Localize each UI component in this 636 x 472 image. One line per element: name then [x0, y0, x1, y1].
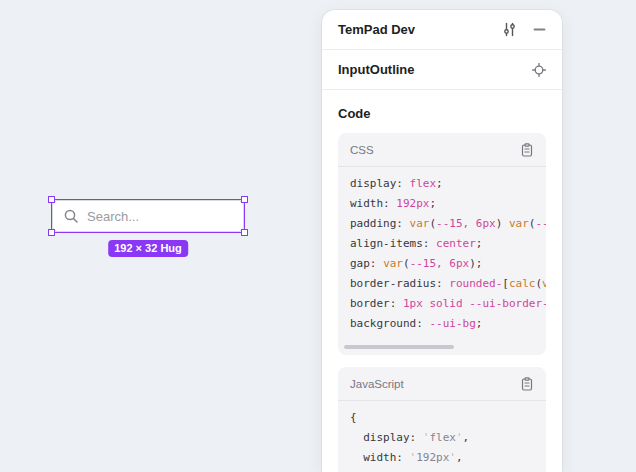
crosshair-icon[interactable]	[532, 63, 546, 77]
js-code-block: JavaScript { display: 'flex', width: '19…	[338, 367, 546, 472]
copy-icon[interactable]	[520, 377, 534, 391]
js-block-label: JavaScript	[350, 378, 520, 390]
code-line: align-items: center;	[350, 234, 534, 254]
js-code[interactable]: { display: 'flex', width: '192px', paddi…	[338, 401, 546, 472]
dimensions-badge: 192 × 32 Hug	[108, 240, 188, 257]
code-line: border-radius: rounded-[calc(var(--round…	[350, 274, 534, 294]
selected-node-row: InputOutline	[322, 50, 562, 90]
js-block-header: JavaScript	[338, 367, 546, 401]
code-line: padding: 'var(--15, 6px) var(--15, 6px)'…	[350, 468, 534, 472]
copy-icon[interactable]	[520, 143, 534, 157]
code-line: padding: var(--15, 6px) var(--15, 6px);	[350, 214, 534, 234]
tempad-dev-panel: TemPad Dev InputOutline C	[322, 10, 562, 472]
panel-title: TemPad Dev	[338, 22, 502, 37]
css-code-block: CSS display: flex;width: 192px;padding: …	[338, 133, 546, 355]
magnifier-icon	[63, 208, 79, 224]
search-input[interactable]: Search...	[52, 200, 244, 232]
code-line: background: --ui-bg;	[350, 314, 534, 334]
horizontal-scrollbar[interactable]	[344, 345, 454, 349]
code-line: display: flex;	[350, 174, 534, 194]
selected-component[interactable]: Search... 192 × 32 Hug	[52, 200, 244, 232]
panel-header: TemPad Dev	[322, 10, 562, 50]
code-line: width: '192px',	[350, 448, 534, 468]
code-section-title: Code	[338, 106, 546, 121]
component-name: InputOutline	[338, 62, 532, 77]
code-line: gap: var(--15, 6px);	[350, 254, 534, 274]
code-line: width: 192px;	[350, 194, 534, 214]
search-placeholder: Search...	[87, 209, 139, 224]
minimize-icon[interactable]	[533, 23, 546, 36]
css-block-header: CSS	[338, 133, 546, 167]
code-line: border: 1px solid --ui-border-color;	[350, 294, 534, 314]
code-line: display: 'flex',	[350, 428, 534, 448]
code-line: {	[350, 408, 534, 428]
css-block-label: CSS	[350, 144, 520, 156]
sliders-icon[interactable]	[502, 22, 517, 37]
css-code[interactable]: display: flex;width: 192px;padding: var(…	[338, 167, 546, 343]
